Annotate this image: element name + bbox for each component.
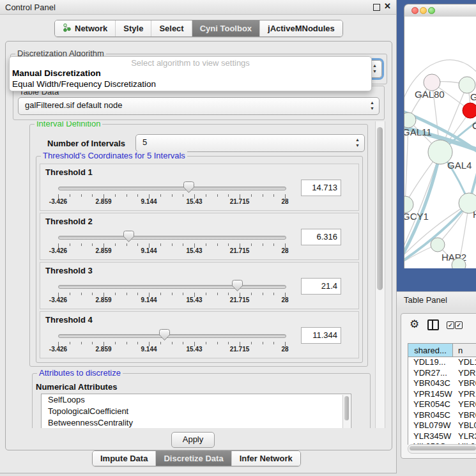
tick-mark [81, 342, 82, 344]
tick-mark [70, 342, 70, 344]
tick-mark [251, 293, 252, 295]
tick-mark [206, 194, 206, 197]
table-row[interactable]: YDL19...YDL1 [408, 357, 476, 368]
minimize-traffic-light-icon[interactable] [420, 7, 427, 14]
checkbox-icon[interactable]: ✓ [455, 321, 463, 329]
cell-shared-name: YBR045C [413, 410, 450, 421]
network-node[interactable] [463, 103, 476, 118]
threshold-slider-handle[interactable] [159, 329, 170, 341]
numerical-attributes-list[interactable]: SelfLoopsTopologicalCoefficientBetweenne… [41, 394, 351, 428]
table-scrollbar-thumb[interactable] [410, 446, 476, 450]
number-of-intervals-combobox[interactable]: 5 ▲▼ [135, 134, 365, 152]
table-row[interactable]: YBL079WYBL0 [408, 420, 476, 431]
table-row[interactable]: YBR045CYBR0 [408, 410, 476, 421]
interval-definition-label: Interval Definition [35, 121, 102, 128]
network-window-titlebar[interactable] [404, 4, 476, 18]
table-row[interactable]: YDR27...YDR2 [408, 368, 476, 379]
table-row[interactable]: YLR345WYLR3 [408, 431, 476, 442]
application-window: Control Panel ✕ NetworkStyleSelectCyni T… [0, 0, 476, 476]
close-panel-icon[interactable]: ✕ [384, 1, 391, 11]
table-rows: YDL19...YDL1YDR27...YDR2YBR043CYBR0YPR14… [408, 357, 476, 445]
threshold-label: Threshold 4 [45, 315, 93, 325]
network-canvas[interactable]: GAL80GACGAL11GAL4GCY1HHAP2 [404, 17, 476, 268]
tick-mark [206, 243, 206, 246]
column-header-shared[interactable]: shared... [408, 344, 453, 357]
network-icon [63, 23, 72, 34]
tick-mark [217, 293, 218, 295]
settings-scrollbar[interactable] [375, 121, 385, 428]
tab-impute-data[interactable]: Impute Data [93, 451, 155, 466]
table-row[interactable]: YER054CYER0 [408, 399, 476, 410]
axis-tick-label: -3.426 [49, 296, 67, 303]
network-node[interactable] [431, 238, 445, 252]
list-scrollbar-thumb[interactable] [344, 396, 349, 420]
threshold-value-field[interactable]: 11.344 [301, 327, 341, 344]
tick-mark [137, 293, 138, 295]
tick-mark [263, 243, 263, 246]
tab-jactivemnodules[interactable]: jActiveMNodules [259, 20, 342, 36]
attribute-list-item[interactable]: TopologicalCoefficient [42, 406, 351, 417]
list-scrollbar[interactable] [342, 395, 350, 428]
axis-tick-label: -3.426 [49, 346, 67, 353]
tick-mark [160, 243, 161, 246]
axis-tick-label: 15.43 [186, 296, 202, 303]
tick-mark [273, 293, 274, 295]
close-traffic-light-icon[interactable] [411, 7, 418, 14]
threshold-value-field[interactable]: 6.316 [301, 229, 341, 245]
threshold-slider-handle[interactable] [232, 280, 243, 291]
tab-label: Select [159, 24, 183, 33]
tick-mark [172, 194, 173, 197]
settings-scrollbar-thumb[interactable] [377, 127, 383, 290]
zoom-traffic-light-icon[interactable] [428, 7, 435, 14]
float-panel-icon[interactable] [373, 4, 380, 11]
table-row[interactable]: YPR145WYPR1 [408, 389, 476, 400]
table-row[interactable]: YBR043CYBR0 [408, 378, 476, 389]
algorithm-prompt-item: Select algorithm to view settings [10, 58, 371, 68]
tab-infer-network[interactable]: Infer Network [231, 451, 300, 466]
tab-style[interactable]: Style [115, 20, 151, 36]
tab-cyni-toolbox[interactable]: Cyni Toolbox [192, 20, 259, 36]
threshold-value-field[interactable]: 21.4 [301, 278, 341, 295]
number-of-intervals-value: 5 [142, 137, 147, 147]
cell-shared-name: YDR27... [413, 368, 447, 379]
split-columns-icon[interactable] [427, 319, 439, 330]
tab-discretize-data[interactable]: Discretize Data [155, 451, 231, 466]
axis-tick-label: 2.859 [95, 346, 111, 353]
column-header-n[interactable]: n [453, 344, 476, 357]
tab-label: Impute Data [100, 454, 148, 463]
tab-select[interactable]: Select [151, 20, 191, 36]
threshold-slider-track[interactable] [58, 285, 286, 289]
algorithm-dropdown-popup: Select algorithm to view settings Manual… [9, 56, 372, 91]
axis-tick-label: 15.43 [186, 247, 202, 254]
tick-mark [273, 243, 274, 246]
table-panel: ⚙ ✓ ✓ shared...n YDL19...YDL1YDR27...YDR… [401, 313, 476, 459]
threshold-slider-track[interactable] [58, 236, 286, 240]
threshold-slider-handle[interactable] [183, 181, 194, 193]
gear-icon[interactable]: ⚙ [410, 318, 419, 331]
algorithm-option[interactable]: Equal Width/Frequency Discretization [12, 79, 156, 89]
checkbox-icon[interactable]: ✓ [447, 321, 454, 329]
attribute-list-item[interactable]: BetweennessCentrality [42, 417, 351, 428]
algorithm-option[interactable]: Manual Discretization [12, 68, 101, 78]
combo-arrows-icon: ▲▼ [372, 63, 377, 74]
threshold-slider-handle[interactable] [123, 231, 134, 242]
table-panel-title: Table Panel [404, 295, 447, 305]
cell-shared-name: YPR145W [413, 389, 452, 400]
attribute-list-item[interactable]: SelfLoops [42, 394, 351, 406]
tab-network[interactable]: Network [55, 20, 115, 36]
table-horizontal-scrollbar[interactable] [408, 444, 476, 454]
tick-mark [160, 194, 161, 197]
threshold-row: Threshold 2-3.4262.8599.14415.4321.71528… [40, 213, 359, 260]
table-data-combobox[interactable]: galFiltered.sif default node ▲▼ [18, 97, 380, 115]
node-label: GAL11 [404, 127, 432, 137]
tick-mark [115, 243, 116, 246]
tick-mark [137, 342, 138, 344]
apply-button[interactable]: Apply [171, 432, 215, 448]
network-window: GAL80GACGAL11GAL4GCY1HHAP2 [404, 4, 476, 289]
tick-mark [251, 194, 252, 197]
threshold-value-field[interactable]: 14.713 [301, 180, 341, 196]
threshold-slider-track[interactable] [58, 187, 286, 190]
threshold-slider-track[interactable] [58, 334, 286, 338]
combo-arrows-icon: ▲▼ [355, 137, 360, 148]
axis-tick-label: 28 [281, 346, 288, 353]
